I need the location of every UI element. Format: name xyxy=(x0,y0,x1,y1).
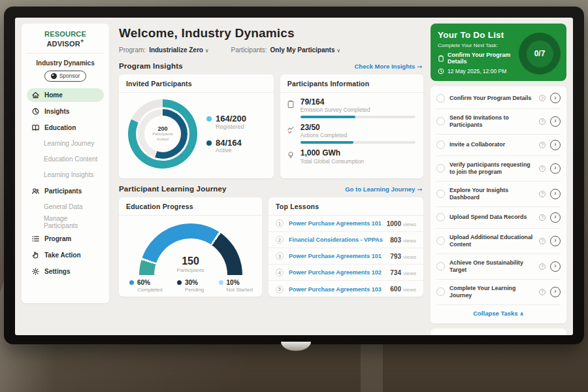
collapse-tasks-link[interactable]: Collapse Tasks ∧ xyxy=(473,310,524,317)
task-row[interactable]: Verify participants requesting to join t… xyxy=(436,156,561,182)
lesson-link[interactable]: Power Purchase Agreements 101 xyxy=(289,220,382,227)
task-checkbox[interactable] xyxy=(436,262,445,270)
task-checkbox[interactable] xyxy=(436,117,445,125)
legend-dot-not-started xyxy=(219,280,223,285)
info-icon[interactable]: ? xyxy=(539,191,546,197)
chevron-up-icon: ∧ xyxy=(519,311,524,317)
task-checkbox[interactable] xyxy=(436,94,445,103)
main-content: Welcome, Industry Dynamics Program:Indus… xyxy=(115,24,425,329)
education-progress-card: Education Progress 150 Participants 60%C… xyxy=(119,197,262,297)
logo-secondary: ADVISOR+ xyxy=(46,40,84,48)
lesson-views: 1000views xyxy=(387,220,416,227)
section-title-learning-journey: Participant Learning Journey xyxy=(119,185,227,193)
task-checkbox[interactable] xyxy=(436,287,445,296)
stat-actions: 23/50 Actions Completed xyxy=(287,123,416,144)
task-go-button[interactable]: › xyxy=(550,261,561,272)
recent-news-title: Recent News xyxy=(438,335,478,335)
legend-dot-pending xyxy=(177,280,182,285)
stat-emission-survey: 79/164 Emission Survey Completed xyxy=(287,98,416,118)
program-filter-value[interactable]: Industrialize Zero xyxy=(149,46,203,54)
chevron-down-icon: ∨ xyxy=(336,48,340,54)
lesson-link[interactable]: Power Purchase Agreements 101 xyxy=(289,253,385,259)
lesson-link[interactable]: Power Purchase Agreements 102 xyxy=(289,269,385,276)
program-filter[interactable]: Program:Industrialize Zero ∨ xyxy=(119,46,209,54)
task-go-button[interactable]: › xyxy=(550,236,561,246)
participants-icon xyxy=(31,187,40,195)
lesson-link[interactable]: Power Purchase Agreements 103 xyxy=(289,286,385,293)
invited-participants-card: Invited Participants 200 Participants In… xyxy=(119,74,274,178)
todo-progress-value: 0/7 xyxy=(527,41,553,67)
info-icon[interactable]: ? xyxy=(539,214,546,221)
sidebar-item-home[interactable]: Home xyxy=(27,88,104,102)
info-icon[interactable]: ? xyxy=(539,263,546,270)
dashboard-screen: RESOURCE ADVISOR+ Industry Dynamics Spon… xyxy=(15,18,573,335)
participants-filter-value[interactable]: Only My Participants xyxy=(270,46,335,54)
legend-active: 84/164 Active xyxy=(206,139,246,154)
task-go-button[interactable]: › xyxy=(550,287,561,297)
sidebar-item-education[interactable]: Education xyxy=(27,121,104,135)
info-icon[interactable]: ? xyxy=(539,165,546,172)
task-row[interactable]: Invite a Collaborator ? › xyxy=(436,135,561,156)
filter-bar: Program:Industrialize Zero ∨ Participant… xyxy=(119,46,423,54)
sidebar-item-learning-journey[interactable]: Learning Journey xyxy=(27,137,104,150)
invited-donut-chart: 200 Participants Invited xyxy=(128,99,197,169)
task-go-button[interactable]: › xyxy=(550,163,561,174)
lesson-link[interactable]: Financial Considerations - VPPAs xyxy=(289,237,385,243)
sidebar: RESOURCE ADVISOR+ Industry Dynamics Spon… xyxy=(22,24,109,303)
task-row[interactable]: Send 50 Invitations to Participants ? › xyxy=(436,109,561,135)
task-row[interactable]: Achieve One Sustainability Target ? › xyxy=(436,254,561,280)
lesson-row: 1 Power Purchase Agreements 101 1000view… xyxy=(269,216,423,232)
task-go-button[interactable]: › xyxy=(550,189,561,199)
sidebar-item-manage-participants[interactable]: Manage Participants xyxy=(27,216,104,229)
info-icon[interactable]: ? xyxy=(539,118,546,125)
lesson-rank: 5 xyxy=(276,286,284,293)
lesson-views: 600views xyxy=(390,286,416,293)
sidebar-item-learning-insights[interactable]: Learning Insights xyxy=(27,169,104,181)
sidebar-item-education-content[interactable]: Education Content xyxy=(27,153,104,165)
sidebar-item-program[interactable]: Program xyxy=(27,232,104,246)
task-row[interactable]: Explore Your Insights Dashboard ? › xyxy=(436,182,561,207)
legend-registered: 164/200 Registered xyxy=(206,114,246,130)
arrow-right-icon: → xyxy=(417,186,422,193)
sidebar-item-insights[interactable]: Insights xyxy=(27,105,104,118)
task-row[interactable]: Confirm Your Program Details ? › xyxy=(436,88,561,109)
check-more-insights-link[interactable]: Check More Insights → xyxy=(354,63,422,70)
task-checkbox[interactable] xyxy=(436,140,445,149)
info-icon[interactable]: ? xyxy=(539,238,546,244)
sidebar-item-take-action[interactable]: Take Action xyxy=(27,248,104,262)
top-lessons-title: Top Lessons xyxy=(269,197,423,216)
task-checkbox[interactable] xyxy=(436,164,445,172)
task-go-button[interactable]: › xyxy=(550,93,561,103)
task-go-button[interactable]: › xyxy=(550,140,561,150)
book-icon xyxy=(31,123,40,132)
legend-dot-completed xyxy=(129,280,134,285)
task-checkbox[interactable] xyxy=(436,213,445,221)
sidebar-item-settings[interactable]: Settings xyxy=(27,265,104,278)
info-icon[interactable]: ? xyxy=(539,95,546,101)
info-icon[interactable]: ? xyxy=(539,289,546,295)
task-go-button[interactable]: › xyxy=(550,212,561,223)
org-name: Industry Dynamics xyxy=(27,59,104,67)
list-icon xyxy=(31,235,40,243)
participants-information-card: Participants Information 79/164 Emission… xyxy=(280,74,423,178)
section-title-program-insights: Program Insights xyxy=(119,62,183,70)
invited-participants-title: Invited Participants xyxy=(119,74,274,93)
gear-icon xyxy=(31,267,40,276)
chevron-down-icon: ∨ xyxy=(205,48,209,54)
task-checkbox[interactable] xyxy=(436,237,445,245)
sidebar-item-participants[interactable]: Participants xyxy=(27,184,104,198)
donut-center-label: Participants Invited xyxy=(152,132,172,142)
task-go-button[interactable]: › xyxy=(550,116,561,127)
task-checkbox[interactable] xyxy=(436,189,445,198)
task-row[interactable]: Upload Spend Data Records ? › xyxy=(436,207,561,229)
lesson-row: 3 Power Purchase Agreements 101 793views xyxy=(269,248,423,265)
go-to-learning-journey-link[interactable]: Go to Learning Journey → xyxy=(345,186,422,193)
info-icon[interactable]: ? xyxy=(539,142,546,148)
hand-icon xyxy=(31,251,40,259)
task-row[interactable]: Upload Additional Educational Content ? … xyxy=(436,229,561,254)
clock-icon xyxy=(438,68,444,74)
legend-not-started: 10%Not Started xyxy=(219,279,253,293)
participants-filter[interactable]: Participants:Only My Participants ∨ xyxy=(231,46,341,54)
sidebar-item-general-data[interactable]: General Data xyxy=(27,201,104,213)
task-row[interactable]: Complete Your Learning Journey ? › xyxy=(436,280,561,305)
